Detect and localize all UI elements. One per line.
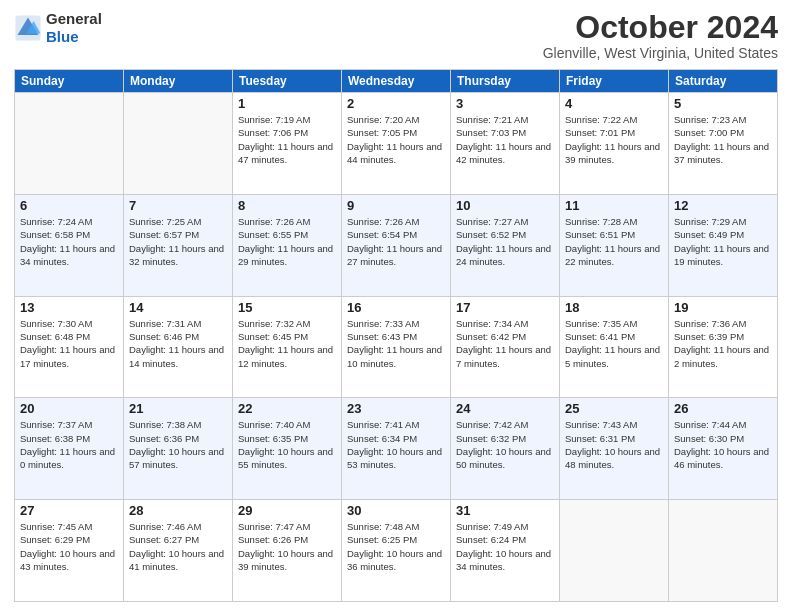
day-info: Sunrise: 7:23 AMSunset: 7:00 PMDaylight:… (674, 113, 772, 166)
day-number: 24 (456, 401, 554, 416)
calendar-week-3: 20Sunrise: 7:37 AMSunset: 6:38 PMDayligh… (15, 398, 778, 500)
calendar-body: 1Sunrise: 7:19 AMSunset: 7:06 PMDaylight… (15, 93, 778, 602)
day-info: Sunrise: 7:43 AMSunset: 6:31 PMDaylight:… (565, 418, 663, 471)
day-info: Sunrise: 7:20 AMSunset: 7:05 PMDaylight:… (347, 113, 445, 166)
header-day-wednesday: Wednesday (342, 70, 451, 93)
day-info: Sunrise: 7:42 AMSunset: 6:32 PMDaylight:… (456, 418, 554, 471)
calendar-cell-2-0: 13Sunrise: 7:30 AMSunset: 6:48 PMDayligh… (15, 296, 124, 398)
day-info: Sunrise: 7:37 AMSunset: 6:38 PMDaylight:… (20, 418, 118, 471)
day-number: 27 (20, 503, 118, 518)
calendar-cell-1-5: 11Sunrise: 7:28 AMSunset: 6:51 PMDayligh… (560, 194, 669, 296)
day-number: 17 (456, 300, 554, 315)
day-info: Sunrise: 7:24 AMSunset: 6:58 PMDaylight:… (20, 215, 118, 268)
calendar-cell-2-5: 18Sunrise: 7:35 AMSunset: 6:41 PMDayligh… (560, 296, 669, 398)
calendar-cell-2-4: 17Sunrise: 7:34 AMSunset: 6:42 PMDayligh… (451, 296, 560, 398)
day-number: 8 (238, 198, 336, 213)
calendar-cell-2-1: 14Sunrise: 7:31 AMSunset: 6:46 PMDayligh… (124, 296, 233, 398)
calendar-week-2: 13Sunrise: 7:30 AMSunset: 6:48 PMDayligh… (15, 296, 778, 398)
day-info: Sunrise: 7:25 AMSunset: 6:57 PMDaylight:… (129, 215, 227, 268)
logo-icon (14, 14, 42, 42)
header-day-sunday: Sunday (15, 70, 124, 93)
day-info: Sunrise: 7:41 AMSunset: 6:34 PMDaylight:… (347, 418, 445, 471)
header-day-friday: Friday (560, 70, 669, 93)
header-day-monday: Monday (124, 70, 233, 93)
day-info: Sunrise: 7:33 AMSunset: 6:43 PMDaylight:… (347, 317, 445, 370)
calendar-cell-3-6: 26Sunrise: 7:44 AMSunset: 6:30 PMDayligh… (669, 398, 778, 500)
calendar-week-0: 1Sunrise: 7:19 AMSunset: 7:06 PMDaylight… (15, 93, 778, 195)
day-number: 12 (674, 198, 772, 213)
day-number: 7 (129, 198, 227, 213)
calendar-cell-0-1 (124, 93, 233, 195)
logo-general: General (46, 10, 102, 28)
calendar-cell-2-6: 19Sunrise: 7:36 AMSunset: 6:39 PMDayligh… (669, 296, 778, 398)
day-info: Sunrise: 7:48 AMSunset: 6:25 PMDaylight:… (347, 520, 445, 573)
day-info: Sunrise: 7:28 AMSunset: 6:51 PMDaylight:… (565, 215, 663, 268)
day-number: 25 (565, 401, 663, 416)
day-number: 30 (347, 503, 445, 518)
month-title: October 2024 (543, 10, 778, 45)
day-info: Sunrise: 7:30 AMSunset: 6:48 PMDaylight:… (20, 317, 118, 370)
calendar-cell-0-3: 2Sunrise: 7:20 AMSunset: 7:05 PMDaylight… (342, 93, 451, 195)
calendar-cell-4-5 (560, 500, 669, 602)
calendar-cell-0-4: 3Sunrise: 7:21 AMSunset: 7:03 PMDaylight… (451, 93, 560, 195)
day-number: 6 (20, 198, 118, 213)
calendar-week-4: 27Sunrise: 7:45 AMSunset: 6:29 PMDayligh… (15, 500, 778, 602)
page: General Blue October 2024 Glenville, Wes… (0, 0, 792, 612)
day-info: Sunrise: 7:26 AMSunset: 6:54 PMDaylight:… (347, 215, 445, 268)
day-number: 14 (129, 300, 227, 315)
calendar-cell-3-3: 23Sunrise: 7:41 AMSunset: 6:34 PMDayligh… (342, 398, 451, 500)
calendar-table: SundayMondayTuesdayWednesdayThursdayFrid… (14, 69, 778, 602)
calendar-cell-3-2: 22Sunrise: 7:40 AMSunset: 6:35 PMDayligh… (233, 398, 342, 500)
calendar-cell-0-0 (15, 93, 124, 195)
day-number: 11 (565, 198, 663, 213)
logo-text: General Blue (46, 10, 102, 46)
header: General Blue October 2024 Glenville, Wes… (14, 10, 778, 61)
day-info: Sunrise: 7:21 AMSunset: 7:03 PMDaylight:… (456, 113, 554, 166)
location-title: Glenville, West Virginia, United States (543, 45, 778, 61)
day-number: 28 (129, 503, 227, 518)
day-number: 15 (238, 300, 336, 315)
calendar-cell-3-5: 25Sunrise: 7:43 AMSunset: 6:31 PMDayligh… (560, 398, 669, 500)
calendar-cell-1-1: 7Sunrise: 7:25 AMSunset: 6:57 PMDaylight… (124, 194, 233, 296)
day-number: 29 (238, 503, 336, 518)
day-info: Sunrise: 7:45 AMSunset: 6:29 PMDaylight:… (20, 520, 118, 573)
calendar-week-1: 6Sunrise: 7:24 AMSunset: 6:58 PMDaylight… (15, 194, 778, 296)
day-number: 22 (238, 401, 336, 416)
day-info: Sunrise: 7:32 AMSunset: 6:45 PMDaylight:… (238, 317, 336, 370)
day-info: Sunrise: 7:49 AMSunset: 6:24 PMDaylight:… (456, 520, 554, 573)
calendar-cell-0-2: 1Sunrise: 7:19 AMSunset: 7:06 PMDaylight… (233, 93, 342, 195)
day-number: 4 (565, 96, 663, 111)
calendar-cell-3-0: 20Sunrise: 7:37 AMSunset: 6:38 PMDayligh… (15, 398, 124, 500)
calendar-cell-0-5: 4Sunrise: 7:22 AMSunset: 7:01 PMDaylight… (560, 93, 669, 195)
calendar-cell-0-6: 5Sunrise: 7:23 AMSunset: 7:00 PMDaylight… (669, 93, 778, 195)
calendar-cell-1-3: 9Sunrise: 7:26 AMSunset: 6:54 PMDaylight… (342, 194, 451, 296)
day-info: Sunrise: 7:35 AMSunset: 6:41 PMDaylight:… (565, 317, 663, 370)
day-info: Sunrise: 7:46 AMSunset: 6:27 PMDaylight:… (129, 520, 227, 573)
logo-blue: Blue (46, 28, 102, 46)
calendar-cell-4-4: 31Sunrise: 7:49 AMSunset: 6:24 PMDayligh… (451, 500, 560, 602)
day-number: 19 (674, 300, 772, 315)
day-number: 3 (456, 96, 554, 111)
day-number: 20 (20, 401, 118, 416)
day-number: 9 (347, 198, 445, 213)
day-info: Sunrise: 7:19 AMSunset: 7:06 PMDaylight:… (238, 113, 336, 166)
calendar-cell-4-3: 30Sunrise: 7:48 AMSunset: 6:25 PMDayligh… (342, 500, 451, 602)
day-info: Sunrise: 7:31 AMSunset: 6:46 PMDaylight:… (129, 317, 227, 370)
calendar-cell-4-1: 28Sunrise: 7:46 AMSunset: 6:27 PMDayligh… (124, 500, 233, 602)
day-info: Sunrise: 7:47 AMSunset: 6:26 PMDaylight:… (238, 520, 336, 573)
title-block: October 2024 Glenville, West Virginia, U… (543, 10, 778, 61)
day-number: 2 (347, 96, 445, 111)
day-number: 31 (456, 503, 554, 518)
calendar-cell-4-0: 27Sunrise: 7:45 AMSunset: 6:29 PMDayligh… (15, 500, 124, 602)
day-number: 10 (456, 198, 554, 213)
calendar-cell-4-2: 29Sunrise: 7:47 AMSunset: 6:26 PMDayligh… (233, 500, 342, 602)
day-number: 13 (20, 300, 118, 315)
day-number: 16 (347, 300, 445, 315)
day-number: 26 (674, 401, 772, 416)
day-info: Sunrise: 7:27 AMSunset: 6:52 PMDaylight:… (456, 215, 554, 268)
day-number: 23 (347, 401, 445, 416)
header-day-saturday: Saturday (669, 70, 778, 93)
calendar-cell-1-4: 10Sunrise: 7:27 AMSunset: 6:52 PMDayligh… (451, 194, 560, 296)
day-info: Sunrise: 7:29 AMSunset: 6:49 PMDaylight:… (674, 215, 772, 268)
calendar-cell-1-2: 8Sunrise: 7:26 AMSunset: 6:55 PMDaylight… (233, 194, 342, 296)
